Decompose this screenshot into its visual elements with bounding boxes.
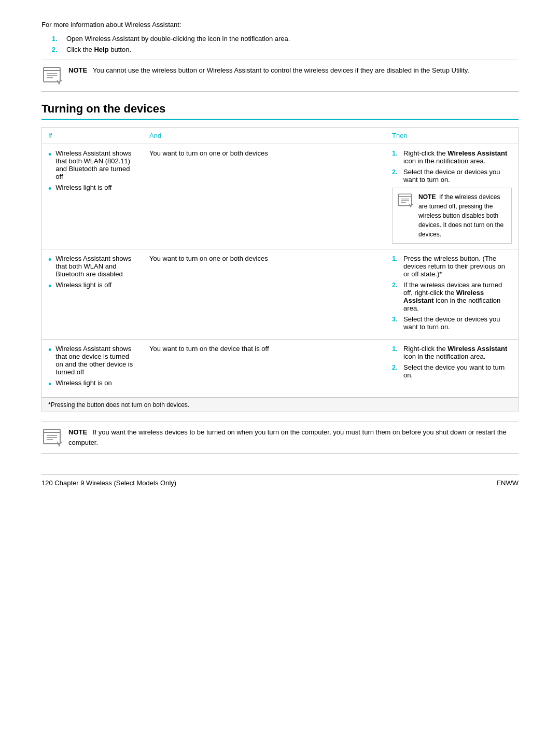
col-then: Then [386, 128, 518, 144]
intro-text: For more information about Wireless Assi… [41, 21, 519, 29]
bottom-note-icon [41, 427, 62, 448]
row1-and: You want to turn on one or both devices [143, 144, 386, 249]
row3-and: You want to turn on the device that is o… [143, 340, 386, 398]
bottom-note-text: NOTE If you want the wireless devices to… [68, 427, 519, 447]
row1-if: • Wireless Assistant shows that both WLA… [42, 144, 143, 249]
footer-left: 120 Chapter 9 Wireless (Select Models On… [41, 479, 176, 487]
table-row-1: • Wireless Assistant shows that both WLA… [42, 144, 518, 249]
top-note-box: NOTE You cannot use the wireless button … [41, 60, 519, 92]
col-if: If [42, 128, 143, 144]
bottom-note-label: NOTE [68, 428, 87, 436]
step-2: 2. Click the Help button. [52, 46, 519, 53]
step-1-text: Open Wireless Assistant by double-clicki… [66, 35, 290, 43]
footer-right: ENWW [496, 479, 519, 487]
table-footnote: *Pressing the button does not turn on bo… [42, 398, 518, 412]
top-note-icon [41, 65, 62, 86]
bullet-icon: • [48, 345, 51, 355]
bullet-icon: • [48, 255, 51, 264]
svg-rect-0 [44, 67, 60, 82]
inner-note-1-text: NOTE If the wireless devices are turned … [418, 192, 507, 239]
row3-then: 1. Right-click the Wireless Assistant ic… [386, 340, 518, 398]
svg-rect-10 [44, 429, 60, 444]
row3-if: • Wireless Assistant shows that one devi… [42, 340, 143, 398]
section-title: Turning on the devices [41, 102, 519, 120]
step-2-num: 2. [52, 46, 60, 53]
table-row-2: • Wireless Assistant shows that both WLA… [42, 249, 518, 340]
bullet-icon: • [48, 150, 51, 159]
svg-rect-5 [398, 194, 412, 205]
row2-then: 1. Press the wireless button. (The devic… [386, 249, 518, 340]
col-and: And [143, 128, 386, 144]
table-row-3: • Wireless Assistant shows that one devi… [42, 340, 518, 398]
step-1: 1. Open Wireless Assistant by double-cli… [52, 35, 519, 43]
main-table: If And Then • Wireless Assistant shows t… [41, 127, 519, 412]
row2-if: • Wireless Assistant shows that both WLA… [42, 249, 143, 340]
bullet-icon: • [48, 184, 51, 193]
row2-and: You want to turn on one or both devices [143, 249, 386, 340]
step-2-text: Click the Help button. [66, 46, 131, 53]
bullet-icon: • [48, 379, 51, 389]
bullet-icon: • [48, 282, 51, 291]
bottom-note-box: NOTE If you want the wireless devices to… [41, 421, 519, 454]
page-footer: 120 Chapter 9 Wireless (Select Models On… [41, 474, 519, 487]
top-note-text: NOTE You cannot use the wireless button … [68, 65, 469, 76]
top-note-label: NOTE [68, 66, 87, 74]
steps-list: 1. Open Wireless Assistant by double-cli… [52, 35, 519, 53]
row1-then: 1. Right-click the Wireless Assistant ic… [386, 144, 518, 249]
bottom-note-body: If you want the wireless devices to be t… [68, 428, 507, 446]
inner-note-1: NOTE If the wireless devices are turned … [392, 188, 512, 244]
step-1-num: 1. [52, 35, 60, 43]
inner-note-icon [397, 192, 413, 209]
top-note-body: You cannot use the wireless button or Wi… [93, 66, 469, 74]
